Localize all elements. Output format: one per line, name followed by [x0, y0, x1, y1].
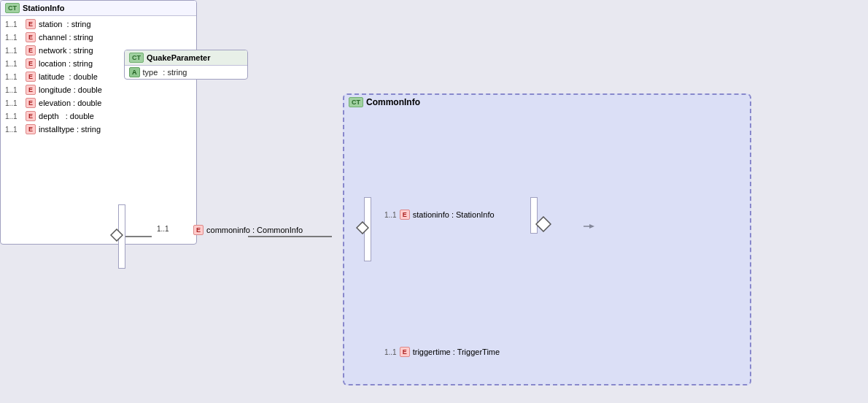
aggregation-diamond-inner [356, 221, 369, 234]
elevation-field-label: elevation : double [39, 99, 101, 107]
station-info-container: CT StationInfo 1..1 E station : string 1… [0, 0, 197, 245]
stationinfo-e-badge: E [400, 210, 410, 220]
elevation-field-row: 1..1 E elevation : double [1, 96, 196, 110]
stationinfo-element-row: 1..1 E stationinfo : StationInfo [384, 210, 495, 220]
longitude-mult: 1..1 [5, 86, 23, 94]
longitude-field-label: longitude : double [39, 85, 102, 94]
svg-marker-6 [111, 229, 123, 241]
station-field-label: station : string [39, 20, 91, 28]
longitude-field-row: 1..1 E longitude : double [1, 83, 196, 96]
installtype-field-label: installtype : string [39, 125, 101, 134]
quake-parameter-header: CT QuakeParameter [125, 50, 247, 66]
depth-e-badge: E [26, 111, 36, 121]
station-info-header: CT StationInfo [1, 1, 196, 16]
latitude-e-badge: E [26, 72, 36, 82]
diagram-canvas: CT QuakeParameter A type : string 1..1 E… [0, 0, 868, 403]
common-info-title: CommonInfo [366, 97, 420, 107]
triggertime-e-badge: E [400, 347, 410, 357]
commoninfo-element-row: E commoninfo : CommonInfo [193, 225, 303, 235]
common-info-container: CT CommonInfo 1..1 E stationinfo : Stati… [343, 93, 751, 385]
latitude-mult: 1..1 [5, 73, 23, 81]
channel-e-badge: E [26, 32, 36, 42]
location-mult: 1..1 [5, 60, 23, 68]
type-field-label: type [143, 68, 158, 77]
svg-marker-8 [536, 217, 551, 231]
installtype-mult: 1..1 [5, 126, 23, 134]
quake-parameter-box: CT QuakeParameter A type : string [124, 50, 248, 80]
elevation-mult: 1..1 [5, 99, 23, 107]
commoninfo-field-label: commoninfo : CommonInfo [206, 226, 303, 234]
station-mult: 1..1 [5, 20, 23, 28]
triggertime-element-row: 1..1 E triggertime : TriggerTime [384, 347, 500, 357]
depth-mult: 1..1 [5, 112, 23, 120]
network-e-badge: E [26, 45, 36, 55]
latitude-field-label: latitude : double [39, 72, 98, 81]
quake-parameter-title: QuakeParameter [147, 53, 210, 62]
triggertime-mult: 1..1 [384, 348, 397, 356]
channel-field-row: 1..1 E channel : string [1, 31, 196, 44]
channel-field-label: channel : string [39, 33, 93, 42]
stationinfo-field-label: stationinfo : StationInfo [413, 210, 495, 219]
elevation-e-badge: E [26, 98, 36, 108]
common-info-header: CT CommonInfo [344, 95, 750, 110]
station-e-badge: E [26, 19, 36, 29]
location-field-label: location : string [39, 59, 93, 68]
type-field-separator: : string [160, 68, 187, 77]
triggertime-field-label: triggertime : TriggerTime [413, 348, 500, 356]
network-field-label: network : string [39, 46, 93, 55]
channel-mult: 1..1 [5, 34, 23, 42]
ct-badge: CT [129, 53, 144, 63]
mult-commoninfo-left: 1..1 [157, 225, 169, 233]
depth-field-label: depth : double [39, 112, 94, 120]
ct-badge-stationinfo: CT [5, 3, 20, 13]
depth-field-row: 1..1 E depth : double [1, 110, 196, 123]
commoninfo-e-badge: E [193, 225, 204, 235]
type-field: A type : string [125, 66, 247, 79]
installtype-e-badge: E [26, 124, 36, 134]
network-mult: 1..1 [5, 47, 23, 55]
station-info-title: StationInfo [23, 4, 64, 12]
station-field-row: 1..1 E station : string [1, 18, 196, 31]
svg-marker-7 [357, 222, 368, 234]
installtype-field-row: 1..1 E installtype : string [1, 123, 196, 136]
aggregation-diamond-left [110, 229, 123, 242]
a-badge: A [129, 67, 140, 77]
stationinfo-mult: 1..1 [384, 211, 397, 219]
aggregation-diamond-stationinfo [535, 216, 551, 232]
ct-badge-commoninfo: CT [349, 97, 363, 107]
longitude-e-badge: E [26, 85, 36, 95]
location-e-badge: E [26, 58, 36, 69]
